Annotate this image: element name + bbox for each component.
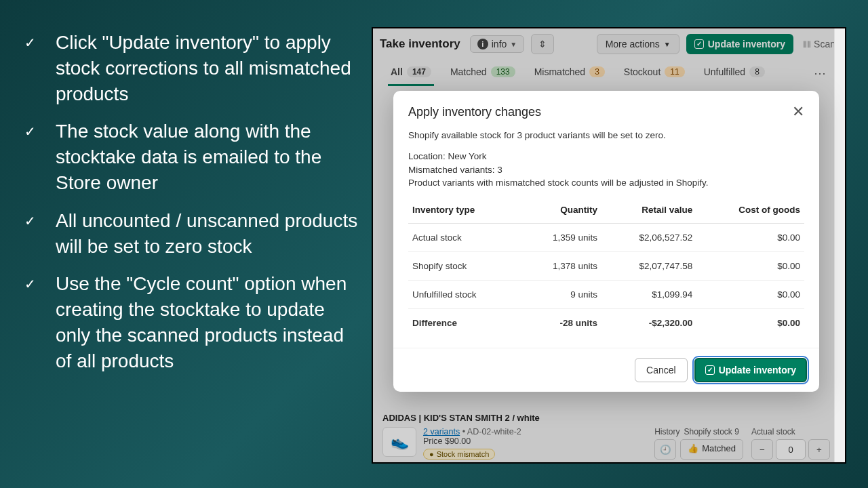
- inventory-summary-table: Inventory type Quantity Retail value Cos…: [408, 197, 804, 337]
- mismatched-line: Mismatched variants: 3: [408, 163, 804, 177]
- table-row-difference: Difference -28 units -$2,320.00 $0.00: [408, 308, 804, 337]
- table-row: Actual stock 1,359 units $2,06,527.52 $0…: [408, 223, 804, 251]
- app-window: Take inventory i info ▼ ⇕ More actions ▼…: [372, 27, 846, 464]
- apply-changes-modal: Apply inventory changes ✕ Shopify availa…: [393, 91, 819, 392]
- location-line: Location: New York: [408, 150, 804, 163]
- shield-check-icon: [705, 365, 715, 375]
- modal-title: Apply inventory changes: [408, 105, 541, 119]
- close-icon: ✕: [792, 103, 804, 120]
- table-row: Unfulfilled stock 9 units $1,099.94 $0.0…: [408, 280, 804, 308]
- col-cog: Cost of goods: [696, 197, 804, 224]
- col-type: Inventory type: [408, 197, 520, 224]
- table-row: Shopify stock 1,378 units $2,07,747.58 $…: [408, 251, 804, 280]
- bullet-item: Use the "Cycle count" option when creati…: [24, 271, 363, 373]
- slide-bullet-list: Click "Update inventory" to apply stock …: [24, 30, 363, 386]
- bullet-item: Click "Update inventory" to apply stock …: [24, 30, 363, 106]
- bullet-item: The stock value along with the stocktake…: [24, 119, 363, 195]
- cancel-button[interactable]: Cancel: [635, 358, 688, 382]
- confirm-label: Update inventory: [719, 365, 796, 375]
- col-retail: Retail value: [601, 197, 696, 224]
- adjust-line: Product variants with mismatched stock c…: [408, 176, 804, 190]
- modal-details: Location: New York Mismatched variants: …: [408, 150, 804, 190]
- confirm-update-button[interactable]: Update inventory: [694, 358, 807, 382]
- close-button[interactable]: ✕: [792, 103, 804, 121]
- col-qty: Quantity: [520, 197, 602, 224]
- bullet-item: All uncounted / unscanned products will …: [24, 208, 363, 260]
- modal-intro-text: Shopify available stock for 3 product va…: [408, 130, 804, 140]
